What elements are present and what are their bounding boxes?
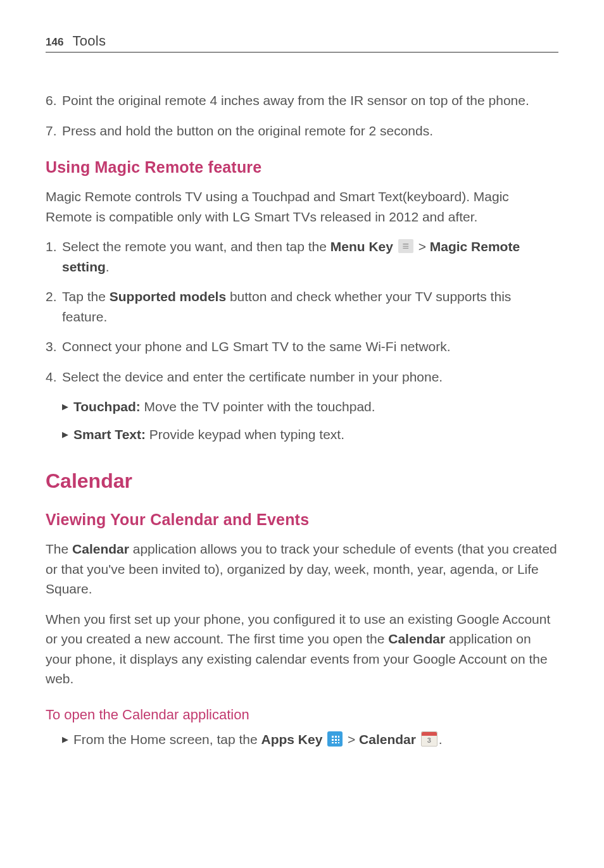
magic-step-2: 2. Tap the Supported models button and c…	[46, 287, 558, 326]
calendar-para-1: The Calendar application allows you to t…	[46, 539, 558, 599]
step-text: Connect your phone and LG Smart TV to th…	[62, 337, 558, 357]
calendar-icon: 3	[421, 731, 437, 747]
bullet-arrow-icon: ▶	[62, 729, 73, 750]
sub-text: Smart Text: Provide keypad when typing t…	[73, 425, 558, 445]
text-fragment: >	[415, 239, 430, 254]
page-header: 146 Tools	[46, 33, 558, 53]
magic-step-3: 3. Connect your phone and LG Smart TV to…	[46, 337, 558, 357]
open-calendar-step: ▶ From the Home screen, tap the Apps Key…	[62, 729, 558, 750]
calendar-para-2: When you first set up your phone, you co…	[46, 609, 558, 689]
text-fragment: From the Home screen, tap the	[73, 732, 261, 747]
section-title: Tools	[72, 33, 106, 49]
magic-remote-intro: Magic Remote controls TV using a Touchpa…	[46, 187, 558, 226]
sub-touchpad: ▶ Touchpad: Move the TV pointer with the…	[62, 397, 558, 417]
text-fragment: Select the remote you want, and then tap…	[62, 239, 330, 254]
text-fragment: .	[106, 259, 110, 274]
step-text: Select the remote you want, and then tap…	[62, 237, 558, 276]
text-fragment: .	[439, 732, 443, 747]
text-fragment: The	[46, 542, 72, 556]
heading-viewing-calendar: Viewing Your Calendar and Events	[46, 511, 558, 529]
step-number: 6.	[46, 90, 62, 111]
step-number: 7.	[46, 121, 62, 141]
sub-smarttext: ▶ Smart Text: Provide keypad when typing…	[62, 425, 558, 445]
step-6: 6. Point the original remote 4 inches aw…	[46, 90, 558, 111]
magic-step-4: 4. Select the device and enter the certi…	[46, 367, 558, 387]
bold-text: Calendar	[72, 542, 129, 556]
step-number: 1.	[46, 237, 62, 276]
bold-text: Calendar	[359, 732, 420, 747]
apps-grid-icon	[330, 735, 339, 743]
magic-step-1: 1. Select the remote you want, and then …	[46, 237, 558, 276]
bold-text: Apps Key	[261, 732, 326, 747]
step-text: Select the device and enter the certific…	[62, 367, 558, 387]
calendar-icon-number: 3	[422, 735, 437, 746]
bullet-arrow-icon: ▶	[62, 425, 73, 445]
step-number: 4.	[46, 367, 62, 387]
bold-text: Smart Text:	[73, 427, 146, 442]
bullet-arrow-icon: ▶	[62, 397, 73, 417]
menu-key-icon	[398, 239, 413, 253]
sub-text: Touchpad: Move the TV pointer with the t…	[73, 397, 558, 417]
heading-open-calendar: To open the Calendar application	[46, 707, 558, 723]
text-fragment: Tap the	[62, 289, 110, 304]
bold-text: Calendar	[388, 631, 445, 646]
document-page: 146 Tools 6. Point the original remote 4…	[0, 0, 604, 749]
page-number: 146	[46, 36, 63, 49]
heading-calendar: Calendar	[46, 469, 558, 493]
text-fragment: >	[344, 732, 359, 747]
apps-key-icon	[327, 731, 343, 747]
bold-text: Touchpad:	[73, 399, 141, 414]
text-fragment: Move the TV pointer with the touchpad.	[141, 399, 375, 414]
step-text: Point the original remote 4 inches away …	[62, 90, 558, 111]
step-number: 3.	[46, 337, 62, 357]
step-text: From the Home screen, tap the Apps Key >…	[73, 729, 558, 750]
heading-magic-remote: Using Magic Remote feature	[46, 158, 558, 177]
step-text: Press and hold the button on the origina…	[62, 121, 558, 141]
bold-text: Supported models	[110, 289, 226, 304]
text-fragment: Provide keypad when typing text.	[146, 427, 344, 442]
bold-text: Menu Key	[330, 239, 397, 254]
step-number: 2.	[46, 287, 62, 326]
step-7: 7. Press and hold the button on the orig…	[46, 121, 558, 141]
step-text: Tap the Supported models button and chec…	[62, 287, 558, 326]
